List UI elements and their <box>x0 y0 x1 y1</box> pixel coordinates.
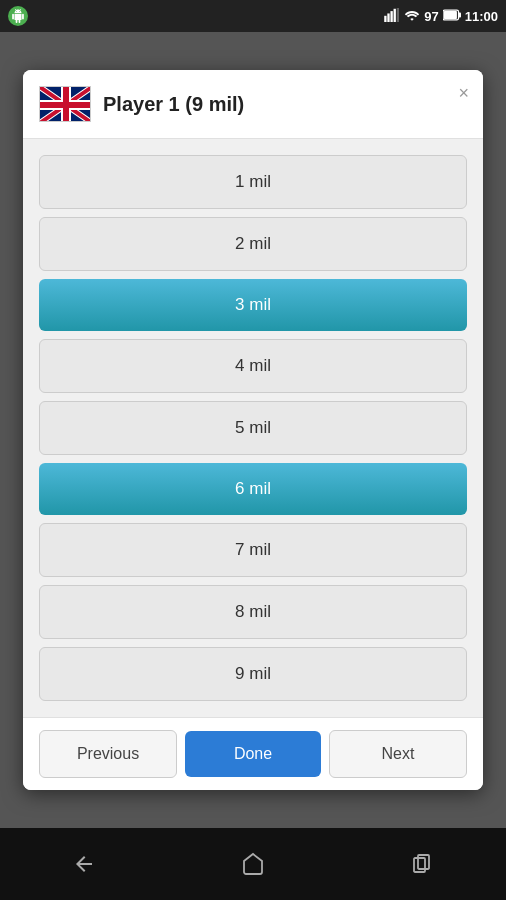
svg-rect-1 <box>388 13 390 22</box>
option-5-mil[interactable]: 5 mil <box>39 401 467 455</box>
option-2-mil[interactable]: 2 mil <box>39 217 467 271</box>
home-icon[interactable] <box>241 852 265 876</box>
dialog-title: Player 1 (9 mil) <box>103 93 467 116</box>
wifi-icon <box>404 8 420 25</box>
svg-rect-9 <box>414 858 425 872</box>
status-bar-left <box>8 6 28 26</box>
dialog-body: 1 mil 2 mil 3 mil 4 mil 5 mil 6 mil 7 mi… <box>23 139 483 717</box>
screen-area: Player 1 (9 mil) × 1 mil 2 mil 3 mil 4 m… <box>0 32 506 828</box>
option-4-mil[interactable]: 4 mil <box>39 339 467 393</box>
svg-rect-0 <box>385 15 387 21</box>
svg-rect-2 <box>391 11 393 22</box>
option-1-mil[interactable]: 1 mil <box>39 155 467 209</box>
time-display: 11:00 <box>465 9 498 24</box>
svg-rect-10 <box>418 855 429 869</box>
dialog-header: Player 1 (9 mil) × <box>23 70 483 139</box>
uk-flag <box>39 86 91 122</box>
recents-icon[interactable] <box>410 852 434 876</box>
status-bar-right: 97 11:00 <box>384 8 498 25</box>
battery-percentage: 97 <box>424 9 438 24</box>
close-button[interactable]: × <box>458 84 469 102</box>
battery-icon <box>443 9 461 24</box>
option-9-mil[interactable]: 9 mil <box>39 647 467 701</box>
android-icon <box>8 6 28 26</box>
svg-rect-6 <box>444 10 457 18</box>
dialog-footer: Previous Done Next <box>23 717 483 790</box>
svg-rect-4 <box>397 8 399 22</box>
nav-bar <box>0 828 506 900</box>
back-icon[interactable] <box>72 852 96 876</box>
option-6-mil[interactable]: 6 mil <box>39 463 467 515</box>
signal-icon <box>384 8 400 25</box>
next-button[interactable]: Next <box>329 730 467 778</box>
previous-button[interactable]: Previous <box>39 730 177 778</box>
done-button[interactable]: Done <box>185 731 321 777</box>
svg-rect-7 <box>458 12 460 17</box>
svg-rect-3 <box>394 8 396 21</box>
option-3-mil[interactable]: 3 mil <box>39 279 467 331</box>
dialog: Player 1 (9 mil) × 1 mil 2 mil 3 mil 4 m… <box>23 70 483 790</box>
option-7-mil[interactable]: 7 mil <box>39 523 467 577</box>
status-bar: 97 11:00 <box>0 0 506 32</box>
option-8-mil[interactable]: 8 mil <box>39 585 467 639</box>
